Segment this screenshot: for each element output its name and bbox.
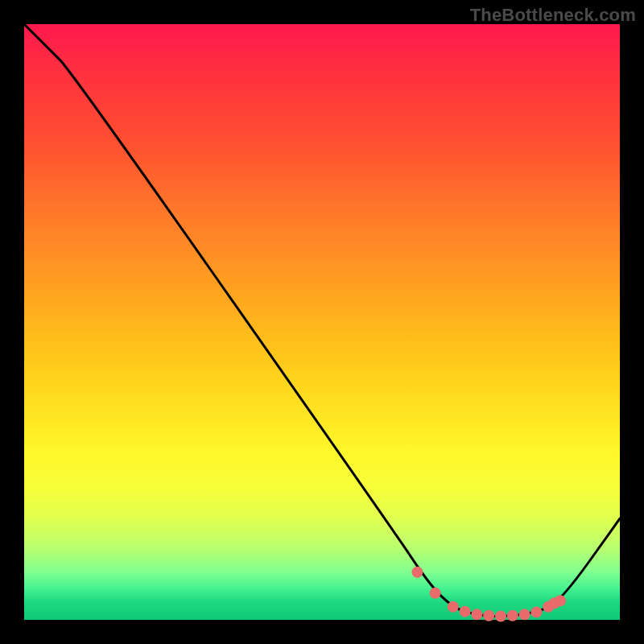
marker-point bbox=[448, 601, 459, 613]
watermark-text: TheBottleneck.com bbox=[470, 5, 636, 26]
marker-point bbox=[430, 588, 441, 599]
marker-point bbox=[495, 611, 506, 622]
marker-point bbox=[555, 595, 566, 606]
marker-point bbox=[483, 610, 494, 621]
marker-point bbox=[471, 609, 482, 620]
plot-area bbox=[24, 24, 620, 620]
marker-point bbox=[507, 610, 518, 621]
chart-frame: TheBottleneck.com bbox=[0, 0, 644, 644]
chart-svg bbox=[24, 24, 620, 620]
marker-point bbox=[411, 567, 423, 578]
marker-point bbox=[460, 606, 471, 617]
marker-point bbox=[530, 606, 542, 617]
bottleneck-curve bbox=[24, 24, 620, 617]
marker-point bbox=[519, 609, 530, 620]
curve-markers bbox=[411, 567, 566, 622]
